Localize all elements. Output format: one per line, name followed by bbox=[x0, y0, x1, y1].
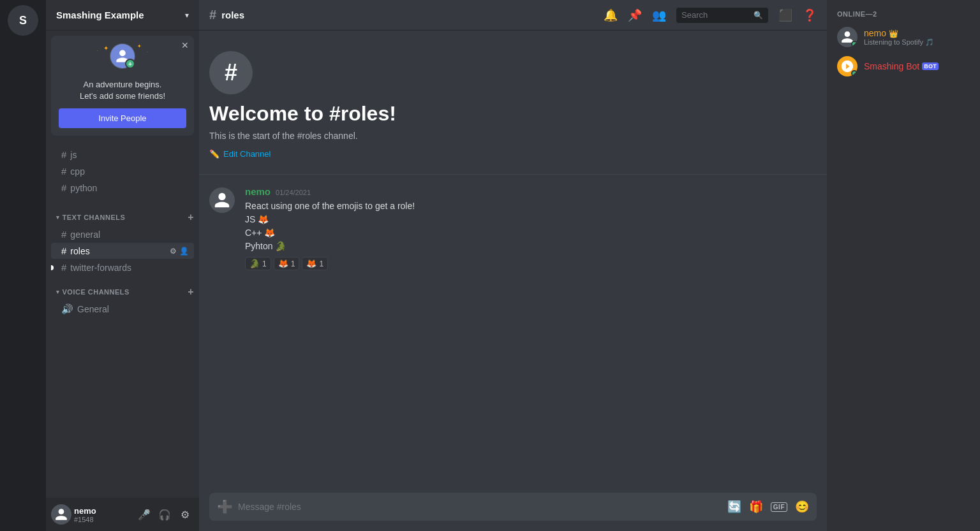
message-input[interactable] bbox=[238, 495, 722, 518]
server-header[interactable]: Smashing Example ▾ bbox=[46, 0, 199, 31]
deafen-button[interactable]: 🎧 bbox=[156, 506, 174, 523]
current-user-discriminator: #1548 bbox=[74, 516, 133, 523]
message-avatar bbox=[209, 187, 235, 213]
message-header: nemo 01/24/2021 bbox=[245, 186, 817, 197]
messages-area: # Welcome to #roles! This is the start o… bbox=[199, 31, 827, 493]
channel-header-hash-icon: # bbox=[209, 8, 216, 22]
search-input[interactable] bbox=[681, 10, 754, 20]
pinned-channel-cpp[interactable]: # cpp bbox=[51, 163, 194, 179]
member-item-nemo[interactable]: nemo 👑 Listening to Spotify 🎵 bbox=[832, 23, 975, 51]
server-icon[interactable]: S bbox=[8, 5, 38, 36]
mute-button[interactable]: 🎤 bbox=[135, 506, 153, 523]
reaction-fox-1[interactable]: 🦊 1 bbox=[274, 257, 300, 270]
reaction-emoji: 🐊 bbox=[249, 259, 260, 268]
member-info-nemo: nemo 👑 Listening to Spotify 🎵 bbox=[864, 28, 970, 47]
members-icon[interactable]: 👤 bbox=[179, 247, 189, 256]
current-user-name: nemo bbox=[74, 506, 133, 516]
add-voice-channel-button[interactable]: + bbox=[188, 286, 194, 298]
gif-button[interactable]: GIF bbox=[771, 502, 787, 512]
inbox-icon[interactable]: ⬛ bbox=[778, 8, 792, 22]
header-icons: 🔔 📌 👥 🔍 ⬛ ❓ bbox=[604, 8, 817, 23]
hash-icon: # bbox=[61, 149, 66, 160]
channel-name: twitter-forwards bbox=[70, 263, 189, 273]
hash-icon: # bbox=[61, 166, 66, 177]
help-icon[interactable]: ❓ bbox=[803, 8, 817, 22]
channel-intro: # Welcome to #roles! This is the start o… bbox=[199, 41, 827, 175]
refresh-icon[interactable]: 🔄 bbox=[727, 500, 741, 514]
pinned-channel-name: python bbox=[70, 183, 97, 193]
server-sidebar: S bbox=[0, 0, 46, 531]
member-info-bot: Smashing Bot BOT bbox=[864, 61, 970, 71]
speaker-icon: 🔊 bbox=[61, 303, 73, 315]
members-icon[interactable]: 👥 bbox=[652, 8, 666, 22]
invite-text: An adventure begins. Let's add some frie… bbox=[59, 79, 186, 102]
voice-channels-header[interactable]: ▾ VOICE CHANNELS + bbox=[46, 276, 199, 300]
member-item-smashing-bot[interactable]: Smashing Bot BOT bbox=[832, 52, 975, 80]
search-bar[interactable]: 🔍 bbox=[676, 8, 768, 23]
add-file-icon[interactable]: ➕ bbox=[217, 499, 233, 514]
server-name: Smashing Example bbox=[56, 10, 144, 20]
add-text-channel-button[interactable]: + bbox=[188, 212, 194, 223]
pinned-channels: # js # cpp # python bbox=[46, 141, 199, 201]
channel-item-twitter-forwards[interactable]: # twitter-forwards bbox=[51, 259, 194, 275]
sparkle-4: · bbox=[147, 50, 148, 54]
footer-icons: 🎤 🎧 ⚙ bbox=[135, 506, 194, 523]
channel-item-general[interactable]: # general bbox=[51, 226, 194, 242]
bot-badge: BOT bbox=[922, 62, 939, 70]
channel-header-name: roles bbox=[221, 10, 244, 20]
crown-icon: 👑 bbox=[889, 29, 898, 38]
sparkle-1: ✦ bbox=[103, 45, 108, 52]
channel-intro-description: This is the start of the #roles channel. bbox=[209, 131, 817, 141]
channel-header: # roles 🔔 📌 👥 🔍 ⬛ ❓ bbox=[199, 0, 827, 31]
server-icon-initial: S bbox=[19, 14, 27, 27]
channel-item-roles[interactable]: # roles ⚙ 👤 bbox=[51, 243, 194, 259]
user-avatar bbox=[51, 504, 71, 525]
gift-icon[interactable]: 🎁 bbox=[749, 500, 763, 514]
channel-sidebar: Smashing Example ▾ ✕ + ✦ · ✦ · bbox=[46, 0, 199, 531]
channel-intro-icon: # bbox=[209, 51, 253, 94]
pencil-icon: ✏️ bbox=[209, 149, 219, 159]
hash-icon: # bbox=[61, 182, 66, 193]
reaction-emoji: 🦊 bbox=[306, 259, 316, 268]
text-channels-header[interactable]: ▾ TEXT CHANNELS + bbox=[46, 201, 199, 226]
channel-name: roles bbox=[70, 246, 170, 256]
pin-icon[interactable]: 📌 bbox=[628, 8, 642, 22]
spotify-icon: 🎵 bbox=[925, 38, 934, 47]
member-name-bot: Smashing Bot bbox=[864, 61, 919, 71]
channel-list: ✕ + ✦ · ✦ · An adventure begins. Let's a bbox=[46, 31, 199, 498]
section-chevron-icon: ▾ bbox=[56, 289, 60, 295]
sparkle-3: ✦ bbox=[137, 43, 142, 49]
voice-channel-general[interactable]: 🔊 General bbox=[51, 301, 194, 317]
message-input-box: ➕ 🔄 🎁 GIF 😊 bbox=[209, 493, 817, 521]
invite-avatar: + bbox=[110, 43, 135, 69]
message-avatar-icon bbox=[213, 191, 231, 209]
reaction-count: 1 bbox=[262, 259, 267, 268]
message-author: nemo bbox=[245, 186, 271, 197]
pinned-channel-js[interactable]: # js bbox=[51, 147, 194, 163]
member-status-online bbox=[851, 41, 858, 47]
invite-people-button[interactable]: Invite People bbox=[59, 108, 186, 128]
message-reactions: 🐊 1 🦊 1 🦊 1 bbox=[245, 257, 817, 270]
emoji-icon[interactable]: 😊 bbox=[795, 500, 809, 514]
user-info: nemo #1548 bbox=[74, 506, 133, 523]
user-settings-button[interactable]: ⚙ bbox=[176, 506, 194, 523]
reaction-fox-2[interactable]: 🦊 1 bbox=[302, 257, 328, 270]
reaction-count: 1 bbox=[291, 259, 295, 268]
message-text: React using one of the emojis to get a r… bbox=[245, 200, 817, 253]
hash-icon: # bbox=[61, 245, 66, 256]
pinned-channel-name: js bbox=[70, 150, 77, 160]
member-avatar-bot bbox=[837, 56, 858, 76]
member-subtext-label: Listening to Spotify bbox=[864, 38, 923, 46]
reaction-crocodile[interactable]: 🐊 1 bbox=[245, 257, 271, 270]
settings-icon[interactable]: ⚙ bbox=[170, 247, 177, 256]
reaction-emoji: 🦊 bbox=[278, 259, 288, 268]
user-footer: nemo #1548 🎤 🎧 ⚙ bbox=[46, 498, 199, 531]
pinned-channel-python[interactable]: # python bbox=[51, 180, 194, 196]
edit-channel-button[interactable]: ✏️ Edit Channel bbox=[209, 149, 271, 159]
pinned-channel-name: cpp bbox=[70, 166, 85, 177]
voice-channel-name: General bbox=[77, 304, 189, 314]
hash-large-icon: # bbox=[225, 59, 237, 86]
bell-icon[interactable]: 🔔 bbox=[604, 8, 618, 22]
voice-channels-label: VOICE CHANNELS bbox=[63, 288, 130, 296]
invite-popup: ✕ + ✦ · ✦ · An adventure begins. Let's a bbox=[51, 36, 194, 136]
